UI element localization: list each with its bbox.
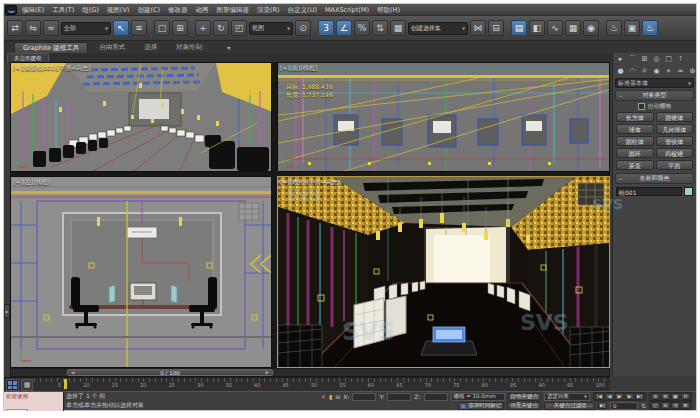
command-panel-tab-icon[interactable]: ⊺ — [675, 55, 686, 64]
command-panel-tab-icon[interactable]: ⌒ — [627, 55, 638, 64]
name-color-rollout[interactable]: − 名称和颜色 — [615, 173, 694, 184]
use-pivot-center-icon[interactable]: ⊙ — [295, 20, 311, 36]
zoom-extents-icon[interactable]: ▣ — [671, 393, 680, 400]
go-to-start-button[interactable]: |◀ — [595, 393, 604, 400]
current-frame-field[interactable]: 0 — [610, 402, 638, 410]
zoom-extents-all-icon[interactable]: ⊡ — [681, 393, 690, 400]
viewport-label[interactable]: [+][左][线框] — [13, 178, 50, 187]
go-to-frame-button[interactable]: ▶| — [598, 402, 607, 409]
graphite-ribbon-toggle-icon[interactable]: ◧ — [529, 20, 545, 36]
create-category-icon[interactable]: ≈ — [675, 67, 686, 76]
reference-coordinate-dropdown[interactable]: 视图▼ — [249, 22, 293, 35]
isolate-pin-icon[interactable]: ♦ — [321, 393, 326, 401]
command-panel-tab-icon[interactable]: ◎ — [651, 55, 662, 64]
named-selection-dropdown[interactable]: 创建选择集▼ — [408, 22, 468, 35]
primitive-type-dropdown[interactable]: 标准基本体 ▼ — [615, 78, 694, 88]
object-color-swatch[interactable] — [684, 187, 693, 196]
viewport-left[interactable]: [+][左][线框] — [10, 176, 272, 368]
panel-expander-button[interactable]: ▶ — [4, 304, 10, 318]
selected-filter-dropdown[interactable]: 选定对象 ▼ — [544, 393, 590, 401]
zoom-icon[interactable]: ⊕ — [651, 393, 660, 400]
schematic-view-icon[interactable]: ▦ — [565, 20, 581, 36]
object-type-button[interactable]: 球体 — [616, 124, 654, 134]
x-coordinate-field[interactable] — [352, 393, 376, 401]
object-type-button[interactable]: 四棱锥 — [656, 148, 694, 158]
menu-item[interactable]: 渲染(R) — [257, 4, 280, 16]
render-setup-icon[interactable]: ♨ — [606, 20, 622, 36]
select-by-name-icon[interactable]: ≡ — [131, 20, 147, 36]
next-frame-button[interactable]: ▶ — [625, 393, 634, 400]
bind-to-spacewarp-icon[interactable]: ≈ — [43, 20, 59, 36]
application-menu-button[interactable] — [5, 5, 17, 15]
percent-snap-icon[interactable]: % — [354, 20, 370, 36]
object-type-rollout[interactable]: − 对象类型 — [615, 90, 694, 101]
set-key-button[interactable]: 设置关键点 — [507, 402, 541, 410]
create-category-icon[interactable]: ⌖ — [663, 67, 674, 76]
menu-item[interactable]: 图形编辑器 — [217, 4, 250, 16]
menu-item[interactable]: 编辑(E) — [22, 4, 44, 16]
maximize-viewport-icon[interactable]: ⊠ — [681, 402, 690, 409]
menu-item[interactable]: 帮助(H) — [377, 4, 400, 16]
object-name-input[interactable]: 组001 — [616, 187, 682, 196]
add-time-tag-button[interactable]: ▣ 添加时间标记 — [458, 402, 505, 410]
key-filters-button[interactable]: ✓ 关键点过滤器... — [544, 402, 595, 410]
object-type-button[interactable]: 长方体 — [616, 112, 654, 122]
material-editor-icon[interactable]: ◉ — [583, 20, 599, 36]
play-button[interactable]: ▶ — [615, 393, 624, 400]
rectangular-selection-region-icon[interactable]: □ — [154, 20, 170, 36]
object-type-button[interactable]: 圆柱体 — [616, 136, 654, 146]
tab-selection[interactable]: 选择 — [136, 42, 165, 53]
create-category-icon[interactable]: ◠ — [627, 67, 638, 76]
tab-object-paint[interactable]: 对象绘制 — [168, 42, 210, 53]
align-icon[interactable]: ⊟ — [488, 20, 504, 36]
y-coordinate-field[interactable] — [387, 393, 411, 401]
viewport-label[interactable]: [+][透视][平滑+高光] — [280, 178, 340, 187]
go-to-end-button[interactable]: ▶| — [635, 393, 644, 400]
time-slider-track[interactable]: ◀ 0 / 100 ▶ — [10, 368, 610, 377]
previous-frame-button[interactable]: ◀ — [605, 393, 614, 400]
menu-item[interactable]: MAXScript(M) — [325, 4, 369, 16]
menu-item[interactable]: 动画 — [196, 4, 209, 16]
rendered-frame-window-icon[interactable]: ▣ — [624, 20, 640, 36]
create-category-icon[interactable]: ⊛ — [687, 67, 698, 76]
spinner-snap-icon[interactable]: ⇅ — [372, 20, 388, 36]
select-and-link-icon[interactable]: ⇄ — [7, 20, 23, 36]
tab-graphite-modeling[interactable]: Graphite 建模工具 — [14, 42, 88, 53]
object-type-button[interactable]: 圆锥体 — [656, 112, 694, 122]
viewport-camera[interactable]: [+][摄影机001][平滑+高光] — [10, 62, 272, 172]
viewport-label[interactable]: [+][前][线框] — [280, 64, 317, 73]
menu-item[interactable]: 组(G) — [82, 4, 99, 16]
polygon-modeling-panel[interactable]: 多边形建模 — [7, 53, 49, 62]
select-and-rotate-icon[interactable]: ↻ — [213, 20, 229, 36]
select-object-icon[interactable]: ↖ — [113, 20, 129, 36]
pan-icon[interactable]: ⇆ — [661, 402, 670, 409]
selection-lock-icon[interactable]: ▮ — [329, 393, 332, 401]
menu-item[interactable]: 创建(C) — [137, 4, 160, 16]
auto-key-button[interactable]: 自动关键点 — [508, 393, 542, 401]
create-category-icon[interactable]: ☼ — [639, 67, 650, 76]
next-frame-arrow-icon[interactable]: ▶ — [266, 370, 269, 375]
create-category-icon[interactable]: ◉ — [651, 67, 662, 76]
select-and-move-icon[interactable]: + — [195, 20, 211, 36]
track-bar[interactable]: ▦ 51015202530354045505560657075808590951… — [4, 377, 610, 391]
curve-editor-icon[interactable]: ∿ — [547, 20, 563, 36]
viewport-layout-button[interactable] — [6, 379, 19, 391]
angle-snap-icon[interactable]: ∠ — [336, 20, 352, 36]
object-type-button[interactable]: 管状体 — [656, 136, 694, 146]
unlink-selection-icon[interactable]: ⇋ — [25, 20, 41, 36]
create-category-icon[interactable]: ● — [615, 67, 626, 76]
window-crossing-icon[interactable]: ⊞ — [172, 20, 188, 36]
orbit-icon[interactable]: ◔ — [671, 402, 680, 409]
layer-manager-icon[interactable]: ▤ — [511, 20, 527, 36]
autogrid-checkbox[interactable] — [638, 103, 645, 110]
viewport-label[interactable]: [+][摄影机001][平滑+高光] — [13, 64, 91, 73]
object-type-button[interactable]: 平面 — [656, 160, 694, 170]
viewport-perspective-active[interactable]: [+][透视][平滑+高光] — [277, 176, 610, 368]
tab-freeform[interactable]: 自由形式 — [91, 42, 133, 53]
menu-item[interactable]: 工具(T) — [52, 4, 74, 16]
mirror-icon[interactable]: ⋈ — [470, 20, 486, 36]
snap-toggle-3d-icon[interactable]: 3 — [318, 20, 334, 36]
render-production-icon[interactable]: ♨ — [642, 20, 658, 36]
edit-named-selection-icon[interactable]: ▦ — [390, 20, 406, 36]
z-coordinate-field[interactable] — [424, 393, 448, 401]
